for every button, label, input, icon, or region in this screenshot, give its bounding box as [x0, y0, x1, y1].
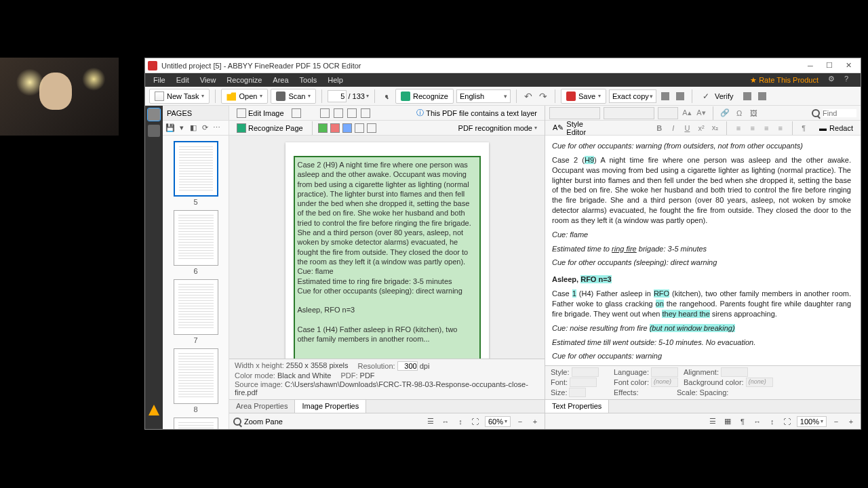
pointer-icon[interactable] [320, 108, 330, 118]
text-line[interactable]: Cue for other occupants: warning (from o… [552, 141, 851, 151]
align-center-button[interactable]: ≡ [747, 123, 758, 134]
superscript-button[interactable]: x² [696, 123, 707, 134]
thumb-5[interactable] [174, 141, 218, 197]
help-icon[interactable]: ? [844, 75, 855, 85]
pdf-mode-select[interactable]: PDF recognition mode▾ [455, 123, 540, 134]
align-right-button[interactable]: ≡ [761, 123, 772, 134]
redact-button[interactable]: ▬Redact [816, 123, 856, 134]
align-left-button[interactable]: ≡ [733, 123, 744, 134]
minimize-button[interactable]: ─ [801, 59, 820, 73]
menu-tools[interactable]: Tools [294, 75, 323, 85]
area-table-icon[interactable] [342, 123, 352, 133]
italic-button[interactable]: I [668, 123, 679, 134]
page-more-icon[interactable]: ⋯ [212, 123, 221, 133]
text-zoom-select[interactable]: 100%▾ [797, 416, 827, 427]
page-current-input[interactable] [328, 90, 347, 102]
thumb-9[interactable] [174, 418, 218, 429]
close-button[interactable]: ✕ [839, 59, 858, 73]
recognized-text-area[interactable]: Case 2 (H9) A night time fire where one … [294, 156, 481, 359]
text-fit-page-icon[interactable]: ⛶ [782, 416, 793, 427]
subscript-button[interactable]: x₂ [710, 123, 721, 134]
menu-edit[interactable]: Edit [171, 75, 195, 85]
zoom-tool-icon[interactable] [380, 90, 393, 102]
find-box[interactable] [812, 109, 856, 117]
area-other-icon[interactable] [367, 123, 376, 133]
text-asleep-header[interactable]: Asleep, RFO n=3 [552, 274, 851, 285]
maximize-button[interactable]: ☐ [820, 59, 839, 73]
tab-image-properties[interactable]: Image Properties [295, 400, 366, 413]
find-input[interactable] [823, 109, 856, 117]
exact-copy-select[interactable]: Exact copy [609, 89, 656, 103]
thumbnails-list[interactable]: 5 6 7 8 [163, 136, 229, 429]
warning-icon[interactable] [149, 405, 159, 415]
tab-area-properties[interactable]: Area Properties [229, 400, 295, 413]
settings-icon[interactable]: ⚙ [828, 75, 839, 85]
style-editor-button[interactable]: A✎Style Editor [549, 119, 607, 138]
text-fit-width-icon[interactable]: ↔ [752, 416, 763, 427]
menu-file[interactable]: File [148, 75, 171, 85]
page-image[interactable]: Case 2 (H9) A night time fire where one … [285, 142, 489, 359]
decrease-font-icon[interactable]: A▾ [696, 108, 707, 119]
menu-help[interactable]: Help [322, 75, 349, 85]
marquee-icon[interactable] [361, 108, 370, 118]
open-button[interactable]: Open▾ [221, 89, 268, 104]
align-justify-button[interactable]: ≡ [775, 123, 786, 134]
text-c1-est[interactable]: Estimated time till went outside: 5-10 m… [552, 338, 851, 348]
edit-image-button[interactable]: Edit Image [233, 107, 288, 119]
fit-page-icon[interactable]: ⛶ [470, 416, 481, 427]
text-pilcrow-icon[interactable]: ¶ [737, 416, 748, 427]
font-select[interactable] [604, 107, 654, 119]
text-layout-icon-1[interactable]: ☰ [707, 416, 718, 427]
redo-button[interactable] [537, 90, 549, 102]
tool-icon-b[interactable] [756, 90, 768, 102]
symbol-icon[interactable]: Ω [734, 108, 745, 119]
text-case2[interactable]: Case 2 (H9) A night time fire where one … [552, 155, 851, 226]
text-est1[interactable]: Estimated time to ring fire brigade: 3-5… [552, 244, 851, 254]
text-cue-sleep[interactable]: Cue for other occupants (sleeping): dire… [552, 258, 851, 268]
select-icon[interactable] [347, 108, 357, 118]
underline-button[interactable]: U [682, 123, 693, 134]
rail-list-icon[interactable] [148, 125, 160, 137]
thumb-6[interactable] [174, 210, 218, 266]
text-case1[interactable]: Case 1 (H4) Father asleep in RFO (kitche… [552, 289, 851, 319]
recognize-button[interactable]: Recognize [395, 89, 454, 104]
fit-width-icon[interactable]: ↔ [440, 416, 451, 427]
style-select[interactable] [549, 107, 600, 119]
fit-list-icon[interactable]: ☰ [425, 416, 436, 427]
size-select[interactable] [658, 107, 678, 119]
hand-icon[interactable] [334, 108, 343, 118]
link-icon[interactable]: 🔗 [719, 108, 730, 119]
thumb-7[interactable] [174, 279, 218, 335]
recognized-text-view[interactable]: Cue for other occupants: warning (from o… [545, 136, 861, 365]
image-icon[interactable]: 🖼 [748, 108, 759, 119]
recognize-page-button[interactable]: Recognize Page [233, 122, 307, 134]
page-save-icon[interactable]: 💾 [165, 123, 175, 133]
rate-product-link[interactable]: ★Rate This Product [750, 76, 818, 85]
page-layers-icon[interactable]: ◧ [189, 123, 198, 133]
fit-height-icon[interactable]: ↕ [455, 416, 466, 427]
text-c1-occ[interactable]: Cue for other occupants: warning [552, 351, 851, 361]
menu-view[interactable]: View [195, 75, 222, 85]
page-refresh-icon[interactable]: ⟳ [200, 123, 210, 133]
text-cue-flame[interactable]: Cue: flame [552, 230, 851, 240]
verify-button[interactable]: Verify [698, 89, 738, 104]
rail-pages-icon[interactable] [148, 108, 160, 121]
text-zoom-out-button[interactable]: − [831, 416, 842, 427]
rtl-button[interactable]: ¶ [799, 123, 810, 134]
zoom-in-button[interactable]: + [530, 416, 540, 427]
menu-recognize[interactable]: Recognize [221, 75, 267, 85]
zoom-out-button[interactable]: − [515, 416, 526, 427]
page-number-field[interactable]: / 133 ▾ [328, 90, 368, 102]
zoom-select[interactable]: 60%▾ [485, 416, 511, 427]
menu-area[interactable]: Area [267, 75, 294, 85]
text-layout-icon-2[interactable]: ▦ [722, 416, 733, 427]
layout-icon-1[interactable] [659, 90, 671, 102]
text-fit-height-icon[interactable]: ↕ [767, 416, 778, 427]
scan-button[interactable]: Scan▾ [271, 89, 316, 104]
tool-icon-a[interactable] [741, 90, 753, 102]
undo-button[interactable] [522, 90, 534, 102]
thumb-8[interactable] [174, 348, 218, 404]
area-picture-icon[interactable] [330, 123, 340, 133]
text-c1-cue[interactable]: Cue: noise resulting from fire (but not … [552, 323, 851, 333]
new-task-button[interactable]: New Task▾ [149, 89, 210, 104]
